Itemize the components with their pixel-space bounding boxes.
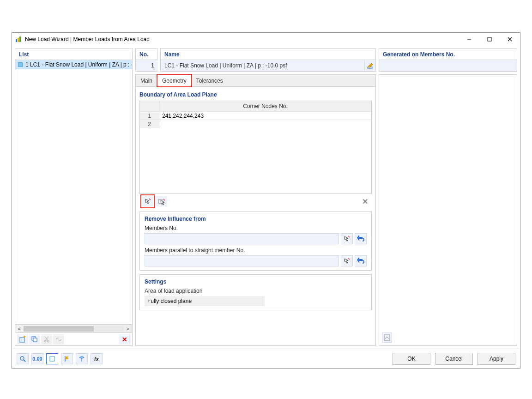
- reset-parallel-button[interactable]: [355, 255, 367, 266]
- generated-members-field[interactable]: [379, 60, 517, 71]
- pick-members-button[interactable]: [341, 233, 353, 244]
- grid-col-header: Corner Nodes No.: [159, 101, 371, 111]
- pick-nodes-highlight: [141, 195, 154, 207]
- rownum: 2: [140, 120, 159, 128]
- maximize-button[interactable]: [479, 33, 500, 46]
- svg-line-24: [24, 360, 25, 362]
- svg-rect-2: [19, 36, 21, 42]
- square-icon: [49, 356, 55, 362]
- display-settings-button[interactable]: [61, 353, 73, 364]
- svg-rect-22: [384, 335, 390, 340]
- minimize-button[interactable]: [459, 33, 479, 46]
- scroll-right-icon[interactable]: >: [124, 326, 132, 332]
- edit-name-button[interactable]: [364, 60, 375, 71]
- tab-bar: Main Geometry Tolerances: [136, 75, 375, 87]
- delete-button[interactable]: ✕: [119, 334, 130, 345]
- settings-section: Settings Area of load application Fully …: [139, 274, 372, 310]
- units-button[interactable]: 0.00: [31, 353, 43, 364]
- new-item-button[interactable]: [17, 334, 28, 345]
- tab-main[interactable]: Main: [136, 75, 157, 86]
- svg-rect-4: [488, 37, 491, 41]
- no-label: No.: [136, 49, 157, 60]
- link-button: [53, 334, 64, 345]
- pick-arrow-icon: [344, 258, 350, 264]
- svg-rect-11: [33, 338, 37, 342]
- preview-options-button[interactable]: [382, 332, 392, 343]
- remove-influence-section: Remove Influence from Members No. Member…: [139, 212, 372, 271]
- undo-icon: [357, 236, 364, 242]
- load-icon-button[interactable]: [76, 353, 88, 364]
- apply-button[interactable]: Apply: [478, 353, 515, 365]
- pick-arrow-icon: [344, 236, 350, 242]
- settings-title: Settings: [145, 278, 367, 285]
- clear-grid-button[interactable]: ✕: [360, 196, 370, 206]
- name-field[interactable]: LC1 - Flat Snow Load | Uniform | ZA | p …: [161, 60, 364, 71]
- table-row[interactable]: 2: [140, 120, 371, 128]
- preview-icon: [384, 334, 390, 341]
- table-row[interactable]: 1 241,242,244,243: [140, 111, 371, 120]
- list-item-label: 1 LC1 - Flat Snow Load | Uniform | ZA | …: [25, 61, 132, 68]
- corner-nodes-cell[interactable]: [159, 120, 371, 128]
- units-label: 0.00: [32, 356, 42, 362]
- svg-point-13: [47, 340, 49, 342]
- list-hscrollbar[interactable]: < >: [15, 324, 132, 332]
- pick-nodes-rect-button[interactable]: [156, 196, 167, 206]
- list-panel: List 1 LC1 - Flat Snow Load | Uniform | …: [15, 48, 133, 346]
- svg-rect-25: [50, 357, 54, 361]
- undo-icon: [357, 258, 364, 264]
- svg-line-20: [348, 236, 350, 237]
- area-application-label: Area of load application: [145, 288, 367, 294]
- view-toggle-button[interactable]: [46, 353, 58, 364]
- area-application-value[interactable]: Fully closed plane: [145, 296, 265, 306]
- boundary-section-title: Boundary of Area Load Plane: [139, 91, 372, 98]
- cancel-button[interactable]: Cancel: [435, 353, 473, 365]
- pick-nodes-button[interactable]: [142, 196, 153, 206]
- ok-button[interactable]: OK: [393, 353, 430, 365]
- fx-button[interactable]: fx: [91, 353, 103, 364]
- scroll-thumb[interactable]: [24, 326, 94, 332]
- svg-rect-1: [18, 38, 19, 42]
- magnifier-icon: [19, 356, 26, 362]
- generated-members-header: Generated on Members No.: [379, 49, 517, 60]
- tab-tolerances[interactable]: Tolerances: [192, 75, 228, 86]
- svg-point-12: [44, 340, 46, 342]
- svg-line-19: [163, 199, 165, 200]
- flag-icon: [64, 356, 70, 362]
- close-button[interactable]: [500, 33, 520, 46]
- svg-line-17: [149, 199, 151, 200]
- members-parallel-label: Members parallel to straight member No.: [145, 247, 367, 254]
- load-icon: [79, 356, 85, 362]
- cut-button: [41, 334, 52, 345]
- window-title: New Load Wizard | Member Loads from Area…: [25, 36, 459, 42]
- rownum: 1: [140, 112, 159, 120]
- corner-nodes-cell[interactable]: 241,242,244,243: [159, 112, 371, 120]
- remove-influence-title: Remove Influence from: [145, 216, 367, 222]
- members-no-label: Members No.: [145, 225, 367, 231]
- copy-item-button[interactable]: [29, 334, 40, 345]
- help-button[interactable]: [17, 353, 29, 364]
- scroll-left-icon[interactable]: <: [15, 326, 24, 332]
- svg-line-15: [45, 337, 48, 340]
- members-parallel-input[interactable]: [145, 255, 339, 266]
- list-body[interactable]: 1 LC1 - Flat Snow Load | Uniform | ZA | …: [15, 60, 132, 324]
- generated-members-box: Generated on Members No.: [379, 48, 517, 72]
- preview-panel: [379, 74, 517, 346]
- no-field[interactable]: 1: [136, 60, 158, 71]
- pick-rect-icon: [158, 198, 165, 205]
- app-icon: [15, 36, 22, 43]
- color-chip: [18, 62, 23, 67]
- reset-members-button[interactable]: [355, 233, 367, 244]
- dialog-window: New Load Wizard | Member Loads from Area…: [12, 32, 520, 369]
- pick-arrow-icon: [144, 198, 151, 205]
- svg-line-21: [348, 258, 350, 260]
- svg-point-23: [20, 357, 24, 360]
- no-box: No. 1: [135, 48, 157, 72]
- list-header: List: [15, 49, 132, 60]
- svg-rect-0: [16, 39, 17, 42]
- grid-rownum-header: [140, 101, 159, 111]
- tab-geometry[interactable]: Geometry: [157, 75, 192, 86]
- list-item[interactable]: 1 LC1 - Flat Snow Load | Uniform | ZA | …: [15, 60, 132, 69]
- members-no-input[interactable]: [145, 233, 339, 244]
- pick-parallel-button[interactable]: [341, 255, 353, 266]
- corner-nodes-grid[interactable]: Corner Nodes No. 1 241,242,244,243 2: [139, 101, 372, 194]
